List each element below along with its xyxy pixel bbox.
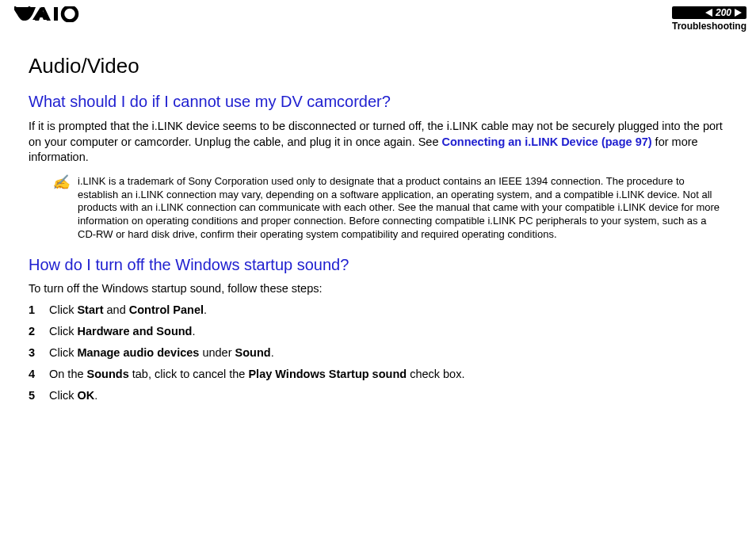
page-header: VAIO 200 Troubleshooting — [0, 0, 756, 35]
page-nav: 200 — [672, 6, 746, 19]
step-item: On the Sounds tab, click to cancel the P… — [29, 367, 727, 382]
prev-page-icon[interactable] — [705, 9, 712, 17]
step-item: Click Manage audio devices under Sound. — [29, 345, 727, 360]
step-item: Click Hardware and Sound. — [29, 324, 727, 339]
section-label: Troubleshooting — [672, 21, 746, 32]
question-2-heading: How do I turn off the Windows startup so… — [29, 256, 727, 274]
note-block: ✍ i.LINK is a trademark of Sony Corporat… — [52, 175, 727, 242]
header-right: 200 Troubleshooting — [672, 6, 746, 32]
step-item: Click Start and Control Panel. — [29, 303, 727, 318]
question-1-body: If it is prompted that the i.LINK device… — [29, 119, 727, 166]
page-content: Audio/Video What should I do if I cannot… — [0, 35, 756, 402]
steps-list: Click Start and Control Panel. Click Har… — [29, 303, 727, 402]
note-text: i.LINK is a trademark of Sony Corporatio… — [78, 175, 727, 242]
step-item: Click OK. — [29, 388, 727, 403]
question-1-heading: What should I do if I cannot use my DV c… — [29, 93, 727, 111]
cross-ref-link[interactable]: Connecting an i.LINK Device (page 97) — [442, 135, 652, 148]
page-number: 200 — [716, 7, 731, 18]
page-title: Audio/Video — [29, 54, 727, 78]
next-page-icon[interactable] — [735, 9, 742, 17]
vaio-logo: VAIO — [14, 6, 87, 22]
note-icon: ✍ — [52, 175, 70, 242]
svg-rect-1 — [54, 7, 58, 21]
question-2-intro: To turn off the Windows startup sound, f… — [29, 282, 727, 295]
svg-point-2 — [63, 7, 77, 21]
